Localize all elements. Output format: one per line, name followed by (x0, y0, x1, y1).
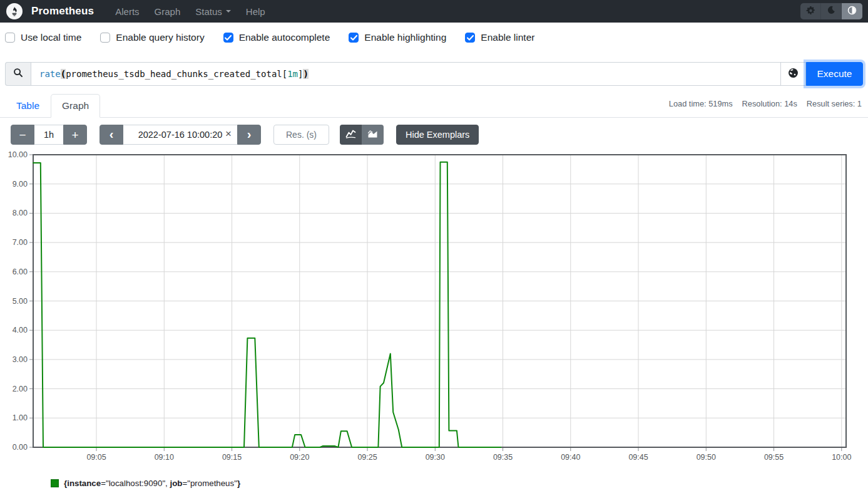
legend-swatch[interactable] (51, 479, 59, 487)
chevron-down-icon (226, 10, 231, 13)
settings-button[interactable] (800, 3, 821, 19)
query-token: prometheus_tsdb_head_chunks_created_tota… (66, 69, 282, 79)
brand-link[interactable]: Prometheus (6, 3, 94, 19)
query-bar: rate(prometheus_tsdb_head_chunks_created… (5, 62, 863, 86)
globe-icon (788, 68, 799, 81)
y-tick-label: 7.00 (13, 238, 28, 247)
checkbox-label: Enable highlighting (364, 32, 446, 43)
x-tick-label: 09:25 (357, 453, 377, 462)
checkbox-label: Use local time (21, 32, 81, 43)
y-tick-label: 5.00 (13, 297, 28, 306)
legend-series-label[interactable]: {instance="localhost:9090", job="prometh… (64, 479, 240, 488)
search-addon (5, 62, 31, 86)
range-decrease-button[interactable]: − (11, 125, 34, 145)
time-forward-button[interactable]: › (237, 125, 261, 145)
time-group: ‹ × › (100, 125, 261, 145)
query-token: 1m (287, 69, 298, 79)
metrics-explorer-button[interactable] (781, 62, 806, 86)
gear-icon (806, 6, 815, 18)
query-token: ] (298, 69, 303, 79)
checkbox-enable-autocomplete[interactable]: Enable autocomplete (223, 32, 330, 43)
query-token: ) (303, 69, 308, 79)
stat-result-series: Result series: 1 (807, 99, 862, 108)
query-options-row: Use local timeEnable query historyEnable… (5, 23, 863, 53)
contrast-icon (847, 6, 857, 18)
checkbox-enable-query-history[interactable]: Enable query history (100, 32, 204, 43)
nav-item-alerts[interactable]: Alerts (108, 1, 146, 22)
x-tick-label: 09:55 (764, 453, 784, 462)
checkbox-use-local-time[interactable]: Use local time (5, 32, 81, 43)
x-tick-label: 09:50 (697, 453, 716, 462)
x-tick-label: 09:35 (493, 453, 513, 462)
y-tick-label: 10.00 (8, 150, 28, 159)
nav-item-status[interactable]: Status (188, 1, 238, 22)
dark-theme-button[interactable] (821, 3, 842, 19)
query-token: ( (61, 69, 66, 79)
graph-canvas[interactable]: 0.001.002.003.004.005.006.007.008.009.00… (0, 150, 868, 471)
tab-table[interactable]: Table (5, 94, 51, 118)
magnifier-icon (13, 68, 23, 80)
line-chart-button[interactable] (340, 125, 362, 145)
query-stats: Load time: 519msResolution: 14sResult se… (669, 99, 862, 108)
checkbox-checked-icon[interactable] (465, 33, 475, 43)
range-increase-button[interactable]: + (63, 125, 87, 145)
checkbox-checked-icon[interactable] (223, 33, 233, 43)
navbar: Prometheus AlertsGraphStatusHelp (0, 0, 868, 23)
auto-theme-button[interactable] (842, 3, 862, 19)
checkbox-enable-linter[interactable]: Enable linter (465, 32, 534, 43)
clear-time-icon[interactable]: × (225, 128, 232, 140)
x-tick-label: 09:30 (426, 453, 445, 462)
x-tick-label: 09:40 (561, 453, 580, 462)
y-tick-label: 0.00 (13, 443, 28, 452)
checkbox-label: Enable query history (116, 32, 204, 43)
hide-exemplars-button[interactable]: Hide Exemplars (396, 125, 479, 145)
moon-icon (827, 6, 835, 17)
nav-item-graph[interactable]: Graph (147, 1, 188, 22)
navbar-links: AlertsGraphStatusHelp (108, 1, 272, 22)
time-back-button[interactable]: ‹ (100, 125, 123, 145)
app-title: Prometheus (31, 5, 94, 18)
checkbox-unchecked-icon[interactable] (100, 33, 110, 43)
checkbox-checked-icon[interactable] (349, 33, 359, 43)
series-line (33, 162, 501, 447)
stacked-chart-icon (367, 129, 378, 141)
y-tick-label: 9.00 (13, 180, 28, 189)
y-tick-label: 4.00 (13, 326, 28, 335)
stacked-chart-button[interactable] (362, 125, 384, 145)
nav-item-help[interactable]: Help (238, 1, 273, 22)
x-tick-label: 09:20 (290, 453, 309, 462)
chart-type-toggle (340, 125, 384, 145)
line-chart-icon (345, 129, 356, 141)
graph-controls: − + ‹ × › (11, 125, 479, 145)
x-tick-label: 09:15 (222, 453, 242, 462)
y-tick-label: 6.00 (13, 267, 28, 276)
x-tick-label: 09:45 (628, 453, 648, 462)
checkbox-enable-highlighting[interactable]: Enable highlighting (349, 32, 446, 43)
query-expression-input[interactable]: rate(prometheus_tsdb_head_chunks_created… (31, 62, 781, 86)
graph-legend: {instance="localhost:9090", job="prometh… (51, 479, 240, 488)
stat-load-time: Load time: 519ms (669, 99, 733, 108)
x-tick-label: 10:00 (832, 453, 851, 462)
checkbox-unchecked-icon[interactable] (5, 33, 15, 43)
x-tick-label: 09:05 (86, 453, 106, 462)
tabs: Table Graph (5, 94, 100, 118)
y-tick-label: 3.00 (13, 355, 28, 364)
y-tick-label: 1.00 (13, 413, 28, 422)
execute-button[interactable]: Execute (806, 62, 863, 86)
end-time-input[interactable] (123, 125, 237, 145)
range-group: − + (11, 125, 87, 145)
resolution-input[interactable] (273, 125, 329, 145)
prometheus-torch-icon (6, 3, 23, 19)
panel-tabs: Table Graph Load time: 519msResolution: … (0, 94, 868, 118)
checkbox-label: Enable autocomplete (239, 32, 330, 43)
prometheus-app: Prometheus AlertsGraphStatusHelp Use loc… (0, 0, 868, 498)
y-tick-label: 8.00 (13, 209, 28, 217)
checkbox-label: Enable linter (481, 32, 534, 43)
theme-toggle-group (800, 3, 862, 19)
tab-graph[interactable]: Graph (51, 94, 100, 118)
range-input[interactable] (34, 125, 63, 145)
stat-resolution: Resolution: 14s (742, 99, 797, 108)
y-tick-label: 2.00 (13, 385, 28, 393)
x-tick-label: 09:10 (155, 453, 174, 462)
query-token: rate (39, 69, 61, 79)
